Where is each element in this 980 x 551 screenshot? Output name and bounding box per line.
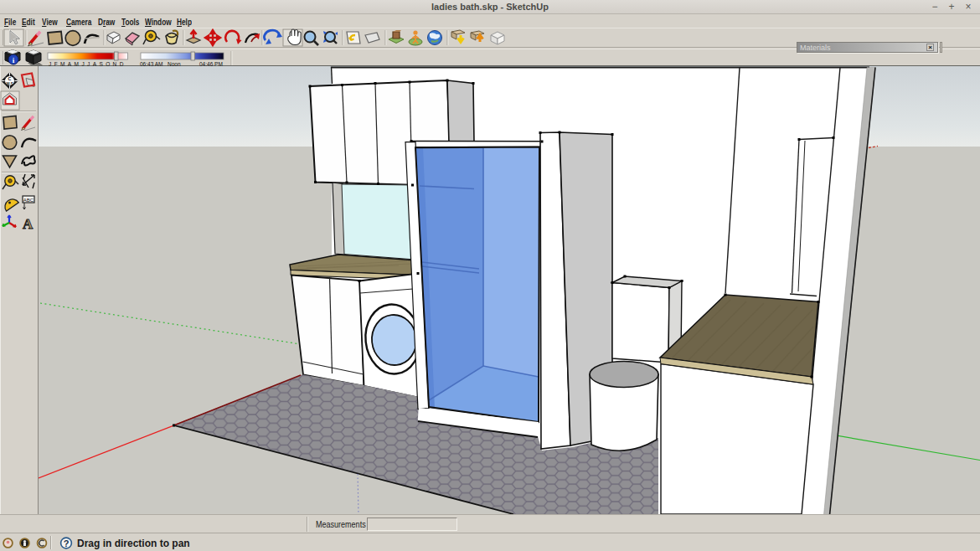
- svg-text:C: C: [8, 76, 12, 81]
- svg-text:?: ?: [64, 538, 70, 548]
- svg-text:A: A: [23, 216, 34, 232]
- svg-text:W·S: W·S: [6, 82, 13, 86]
- svg-text:ABC: ABC: [23, 198, 34, 203]
